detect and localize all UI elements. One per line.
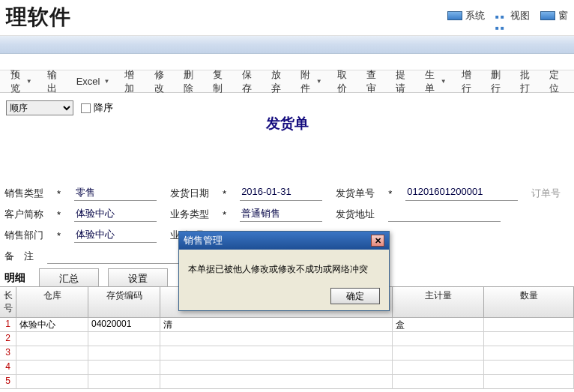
menu-system[interactable]: 系统 (447, 9, 485, 22)
menu-window-label: 窗 (558, 9, 568, 22)
tb-delrow[interactable]: 删行 (483, 70, 513, 93)
th-qty: 数量 (484, 287, 574, 317)
menu-system-label: 系统 (465, 9, 485, 22)
lbl-ship-date: 发货日期 (170, 187, 209, 200)
tb-locate[interactable]: 定位 (542, 70, 571, 93)
tb-locate-label: 定位 (549, 68, 564, 95)
tb-generate[interactable]: 生单▼ (417, 70, 454, 93)
tb-attach[interactable]: 附件▼ (293, 70, 330, 93)
tb-addrow[interactable]: 增行 (454, 70, 483, 93)
modal-title-text: 销售管理 (184, 234, 223, 247)
tb-preview-label: 预览 (10, 68, 22, 95)
tb-export[interactable]: 输出 (40, 70, 69, 93)
monitor-icon (540, 11, 555, 20)
table-row[interactable]: 3 (0, 346, 574, 361)
tb-edit[interactable]: 修改 (147, 70, 176, 93)
menu-window[interactable]: 窗 (540, 9, 568, 22)
close-icon[interactable]: ✕ (371, 235, 384, 247)
val-ship-date[interactable]: 2016-01-31 (240, 186, 322, 201)
form-row-2: 客户简称* 体验中心 业务类型* 普通销售 发货地址 (4, 207, 570, 222)
chevron-down-icon: ▼ (441, 78, 447, 85)
table-row[interactable]: 5 (0, 375, 574, 389)
desc-label: 降序 (94, 101, 113, 115)
tb-discard-label: 放弃 (271, 68, 286, 95)
desc-checkbox-wrap[interactable]: 降序 (81, 101, 113, 115)
tb-export-label: 输出 (47, 68, 61, 95)
doc-title: 发货单 (0, 114, 574, 133)
chevron-down-icon: ▼ (104, 78, 110, 85)
td-blank: 清 (160, 318, 393, 331)
modal-dialog: 销售管理 ✕ 本单据已被他人修改或修改不成功或网络冲突 确定 (178, 231, 390, 311)
tb-batch-label: 批打 (520, 68, 534, 95)
chevron-down-icon: ▼ (26, 78, 32, 85)
tb-submit[interactable]: 提请 (388, 70, 417, 93)
tb-delrow-label: 删行 (491, 68, 505, 95)
val-biz-type[interactable]: 普通销售 (240, 207, 322, 222)
lbl-remark: 备 注 (4, 250, 34, 263)
val-sale-type[interactable]: 零售 (74, 186, 157, 201)
lbl-sale-dept: 销售部门 (4, 229, 43, 242)
th-code: 存货编码 (88, 287, 160, 317)
lbl-sale-type: 销售类型 (4, 187, 43, 200)
lbl-ship-no: 发货单号 (336, 187, 375, 200)
tb-save[interactable]: 保存 (235, 70, 264, 93)
val-ship-no[interactable]: 01201601200001 (405, 186, 518, 201)
banner-spacer (0, 54, 574, 70)
tb-discard[interactable]: 放弃 (264, 70, 293, 93)
td-seq: 4 (0, 361, 16, 374)
tb-preview[interactable]: 预览▼ (3, 70, 40, 93)
checkbox-icon (81, 103, 91, 113)
chevron-down-icon: ▼ (316, 78, 322, 85)
title-bar: 理软件 系统 视图 窗 (0, 0, 574, 36)
td-mainqty: 盒 (393, 318, 484, 331)
th-wh: 仓库 (16, 287, 88, 317)
tb-save-label: 保存 (242, 68, 256, 95)
detail-tab[interactable]: 明细 (0, 270, 30, 288)
modal-message: 本单据已被他人修改或修改不成功或网络冲突 (179, 250, 389, 283)
tb-review[interactable]: 查审 (359, 70, 388, 93)
val-remark[interactable] (47, 249, 182, 264)
tb-price-label: 取价 (337, 68, 351, 95)
td-seq: 2 (0, 332, 16, 346)
tb-delete[interactable]: 删除 (176, 70, 205, 93)
val-cust-abbr[interactable]: 体验中心 (74, 207, 157, 222)
tb-excel-label: Excel (76, 76, 100, 87)
tb-attach-label: 附件 (300, 68, 312, 95)
table-row[interactable]: 4 (0, 361, 574, 375)
val-sale-dept[interactable]: 体验中心 (74, 228, 157, 243)
th-mainqty: 主计量 (393, 287, 484, 317)
tb-addrow-label: 增行 (462, 68, 476, 95)
table-row[interactable]: 1 体验中心 04020001 清 盒 (0, 318, 574, 332)
td-seq: 5 (0, 375, 16, 388)
table-row[interactable]: 2 (0, 332, 574, 346)
ok-button[interactable]: 确定 (330, 288, 380, 304)
modal-titlebar[interactable]: 销售管理 ✕ (179, 232, 389, 250)
tb-review-label: 查审 (366, 68, 381, 95)
lbl-order-no: 订单号 (531, 187, 561, 200)
tb-delete-label: 删除 (184, 68, 198, 95)
val-ship-addr[interactable] (388, 207, 501, 222)
lbl-biz-type: 业务类型 (170, 208, 209, 221)
app-title: 理软件 (6, 3, 71, 31)
menu-view[interactable]: 视图 (495, 9, 530, 22)
td-code: 04020001 (88, 318, 160, 331)
menu-view-label: 视图 (510, 9, 530, 22)
grid-icon (495, 10, 507, 22)
lbl-ship-addr: 发货地址 (336, 208, 375, 221)
tb-price[interactable]: 取价 (330, 70, 359, 93)
tb-edit-label: 修改 (154, 68, 169, 95)
monitor-icon (447, 11, 462, 20)
td-wh: 体验中心 (16, 318, 88, 331)
form-row-1: 销售类型* 零售 发货日期* 2016-01-31 发货单号* 01201601… (4, 186, 570, 201)
td-qty (484, 318, 574, 331)
lbl-cust-abbr: 客户简称 (4, 208, 43, 221)
tb-batch[interactable]: 批打 (513, 70, 542, 93)
banner-gradient (0, 36, 574, 54)
th-seq: 长号 (0, 287, 16, 317)
td-seq: 3 (0, 346, 16, 360)
tb-excel[interactable]: Excel▼ (69, 70, 118, 93)
sort-select[interactable]: 顺序 (6, 100, 73, 115)
tb-add[interactable]: 增加 (117, 70, 146, 93)
tb-generate-label: 生单 (425, 68, 437, 95)
tb-copy[interactable]: 复制 (205, 70, 235, 93)
